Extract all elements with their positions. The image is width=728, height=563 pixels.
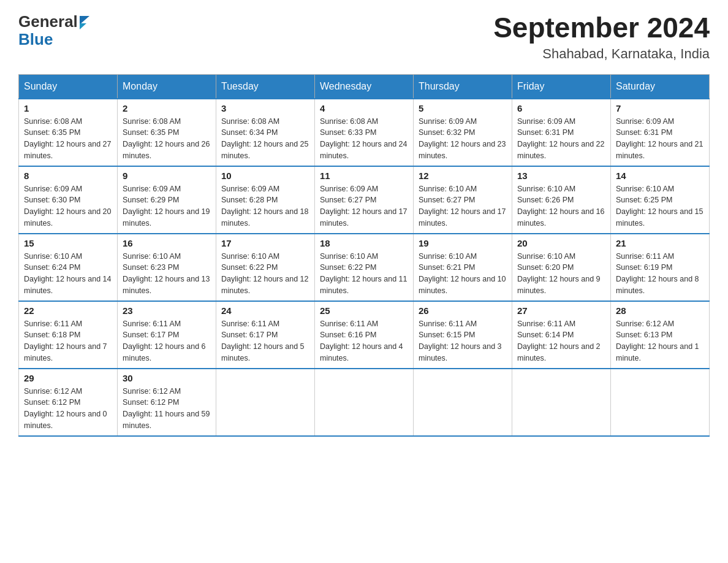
- calendar-cell: 26 Sunrise: 6:11 AMSunset: 6:15 PMDaylig…: [414, 301, 512, 369]
- day-info: Sunrise: 6:10 AMSunset: 6:23 PMDaylight:…: [123, 252, 210, 295]
- day-info: Sunrise: 6:11 AMSunset: 6:18 PMDaylight:…: [24, 320, 107, 362]
- calendar-cell: 11 Sunrise: 6:09 AMSunset: 6:27 PMDaylig…: [315, 166, 414, 234]
- day-info: Sunrise: 6:09 AMSunset: 6:31 PMDaylight:…: [616, 117, 703, 160]
- day-info: Sunrise: 6:10 AMSunset: 6:25 PMDaylight:…: [616, 185, 703, 228]
- day-number: 25: [320, 305, 408, 316]
- day-info: Sunrise: 6:11 AMSunset: 6:15 PMDaylight:…: [419, 320, 502, 362]
- calendar-cell: 22 Sunrise: 6:11 AMSunset: 6:18 PMDaylig…: [19, 301, 118, 369]
- calendar-cell: [315, 369, 414, 436]
- day-info: Sunrise: 6:10 AMSunset: 6:24 PMDaylight:…: [24, 252, 111, 295]
- calendar-header-row: Sunday Monday Tuesday Wednesday Thursday…: [19, 74, 710, 99]
- day-info: Sunrise: 6:12 AMSunset: 6:12 PMDaylight:…: [123, 387, 210, 430]
- day-number: 3: [221, 103, 309, 113]
- day-info: Sunrise: 6:10 AMSunset: 6:26 PMDaylight:…: [517, 185, 604, 228]
- day-number: 21: [616, 238, 704, 248]
- calendar-cell: 20 Sunrise: 6:10 AMSunset: 6:20 PMDaylig…: [512, 234, 611, 301]
- day-info: Sunrise: 6:08 AMSunset: 6:33 PMDaylight:…: [320, 117, 407, 160]
- day-number: 14: [616, 170, 704, 181]
- day-number: 28: [616, 305, 704, 316]
- day-number: 11: [320, 170, 408, 181]
- col-friday: Friday: [512, 74, 611, 99]
- day-info: Sunrise: 6:10 AMSunset: 6:22 PMDaylight:…: [320, 252, 407, 295]
- day-number: 6: [517, 103, 605, 113]
- day-number: 4: [320, 103, 408, 113]
- calendar-cell: [512, 369, 611, 436]
- calendar-cell: 17 Sunrise: 6:10 AMSunset: 6:22 PMDaylig…: [216, 234, 315, 301]
- calendar-cell: 19 Sunrise: 6:10 AMSunset: 6:21 PMDaylig…: [414, 234, 512, 301]
- day-info: Sunrise: 6:09 AMSunset: 6:31 PMDaylight:…: [517, 117, 604, 160]
- calendar-week-3: 15 Sunrise: 6:10 AMSunset: 6:24 PMDaylig…: [19, 234, 710, 301]
- calendar-cell: [414, 369, 512, 436]
- day-number: 19: [419, 238, 507, 248]
- calendar-cell: 3 Sunrise: 6:08 AMSunset: 6:34 PMDayligh…: [216, 99, 315, 166]
- col-sunday: Sunday: [19, 74, 118, 99]
- calendar-cell: 21 Sunrise: 6:11 AMSunset: 6:19 PMDaylig…: [611, 234, 710, 301]
- day-number: 24: [221, 305, 309, 316]
- day-number: 1: [24, 103, 112, 113]
- page-header: General Blue September 2024 Shahabad, Ka…: [18, 12, 710, 62]
- day-number: 13: [517, 170, 605, 181]
- calendar-cell: 13 Sunrise: 6:10 AMSunset: 6:26 PMDaylig…: [512, 166, 611, 234]
- col-thursday: Thursday: [414, 74, 512, 99]
- day-number: 8: [24, 170, 112, 181]
- day-info: Sunrise: 6:08 AMSunset: 6:34 PMDaylight:…: [221, 117, 308, 160]
- calendar-cell: 12 Sunrise: 6:10 AMSunset: 6:27 PMDaylig…: [414, 166, 512, 234]
- calendar-cell: 2 Sunrise: 6:08 AMSunset: 6:35 PMDayligh…: [118, 99, 216, 166]
- day-info: Sunrise: 6:10 AMSunset: 6:22 PMDaylight:…: [221, 252, 308, 295]
- day-info: Sunrise: 6:09 AMSunset: 6:29 PMDaylight:…: [123, 185, 210, 228]
- calendar-week-2: 8 Sunrise: 6:09 AMSunset: 6:30 PMDayligh…: [19, 166, 710, 234]
- calendar-table: Sunday Monday Tuesday Wednesday Thursday…: [18, 74, 710, 437]
- day-info: Sunrise: 6:10 AMSunset: 6:20 PMDaylight:…: [517, 252, 601, 295]
- calendar-cell: 24 Sunrise: 6:11 AMSunset: 6:17 PMDaylig…: [216, 301, 315, 369]
- day-number: 23: [123, 305, 211, 316]
- day-number: 20: [517, 238, 605, 248]
- logo-general-text: General: [18, 12, 78, 31]
- day-info: Sunrise: 6:11 AMSunset: 6:19 PMDaylight:…: [616, 252, 699, 295]
- day-number: 5: [419, 103, 507, 113]
- calendar-cell: 10 Sunrise: 6:09 AMSunset: 6:28 PMDaylig…: [216, 166, 315, 234]
- day-number: 16: [123, 238, 211, 248]
- day-info: Sunrise: 6:08 AMSunset: 6:35 PMDaylight:…: [123, 117, 210, 160]
- day-info: Sunrise: 6:10 AMSunset: 6:21 PMDaylight:…: [419, 252, 506, 295]
- day-number: 10: [221, 170, 309, 181]
- col-wednesday: Wednesday: [315, 74, 414, 99]
- day-info: Sunrise: 6:10 AMSunset: 6:27 PMDaylight:…: [419, 185, 506, 228]
- day-info: Sunrise: 6:11 AMSunset: 6:17 PMDaylight:…: [123, 320, 206, 362]
- col-monday: Monday: [118, 74, 216, 99]
- calendar-cell: 25 Sunrise: 6:11 AMSunset: 6:16 PMDaylig…: [315, 301, 414, 369]
- calendar-week-5: 29 Sunrise: 6:12 AMSunset: 6:12 PMDaylig…: [19, 369, 710, 436]
- day-info: Sunrise: 6:11 AMSunset: 6:16 PMDaylight:…: [320, 320, 403, 362]
- day-info: Sunrise: 6:12 AMSunset: 6:12 PMDaylight:…: [24, 387, 107, 430]
- day-number: 30: [123, 373, 211, 383]
- calendar-cell: 8 Sunrise: 6:09 AMSunset: 6:30 PMDayligh…: [19, 166, 118, 234]
- page-title: September 2024: [493, 12, 710, 44]
- calendar-cell: [611, 369, 710, 436]
- day-info: Sunrise: 6:08 AMSunset: 6:35 PMDaylight:…: [24, 117, 111, 160]
- day-number: 22: [24, 305, 112, 316]
- day-info: Sunrise: 6:12 AMSunset: 6:13 PMDaylight:…: [616, 320, 699, 362]
- calendar-cell: 15 Sunrise: 6:10 AMSunset: 6:24 PMDaylig…: [19, 234, 118, 301]
- calendar-cell: 14 Sunrise: 6:10 AMSunset: 6:25 PMDaylig…: [611, 166, 710, 234]
- title-section: September 2024 Shahabad, Karnataka, Indi…: [493, 12, 710, 62]
- day-number: 26: [419, 305, 507, 316]
- day-info: Sunrise: 6:09 AMSunset: 6:32 PMDaylight:…: [419, 117, 506, 160]
- calendar-cell: 5 Sunrise: 6:09 AMSunset: 6:32 PMDayligh…: [414, 99, 512, 166]
- logo: General Blue: [18, 12, 89, 49]
- day-info: Sunrise: 6:11 AMSunset: 6:17 PMDaylight:…: [221, 320, 305, 362]
- day-number: 18: [320, 238, 408, 248]
- calendar-cell: 23 Sunrise: 6:11 AMSunset: 6:17 PMDaylig…: [118, 301, 216, 369]
- col-saturday: Saturday: [611, 74, 710, 99]
- day-number: 9: [123, 170, 211, 181]
- calendar-cell: 18 Sunrise: 6:10 AMSunset: 6:22 PMDaylig…: [315, 234, 414, 301]
- day-number: 2: [123, 103, 211, 113]
- col-tuesday: Tuesday: [216, 74, 315, 99]
- day-info: Sunrise: 6:09 AMSunset: 6:30 PMDaylight:…: [24, 185, 111, 228]
- calendar-cell: 28 Sunrise: 6:12 AMSunset: 6:13 PMDaylig…: [611, 301, 710, 369]
- page-subtitle: Shahabad, Karnataka, India: [493, 46, 710, 62]
- calendar-cell: 7 Sunrise: 6:09 AMSunset: 6:31 PMDayligh…: [611, 99, 710, 166]
- day-number: 12: [419, 170, 507, 181]
- day-info: Sunrise: 6:09 AMSunset: 6:28 PMDaylight:…: [221, 185, 308, 228]
- calendar-week-4: 22 Sunrise: 6:11 AMSunset: 6:18 PMDaylig…: [19, 301, 710, 369]
- calendar-cell: 1 Sunrise: 6:08 AMSunset: 6:35 PMDayligh…: [19, 99, 118, 166]
- day-number: 27: [517, 305, 605, 316]
